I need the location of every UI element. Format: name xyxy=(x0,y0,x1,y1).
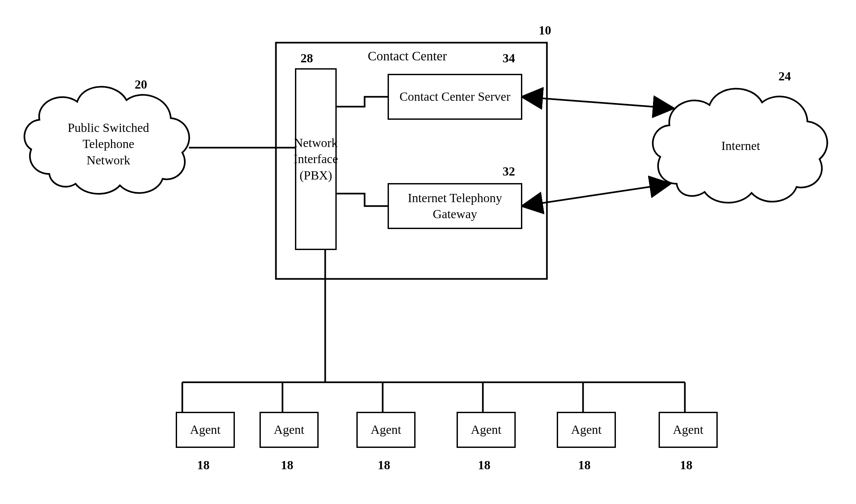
agent-ref-1: 18 xyxy=(197,458,209,472)
server-ref: 34 xyxy=(502,51,515,65)
gateway-ref: 32 xyxy=(502,164,515,179)
line-server-internet xyxy=(522,97,673,108)
agent-ref-3: 18 xyxy=(378,458,390,472)
agent-label-1: Agent xyxy=(190,421,221,438)
internet-ref: 24 xyxy=(778,69,791,83)
agent-box-1: Agent xyxy=(176,412,235,448)
line-pbx-server xyxy=(337,97,388,107)
agent-label-4: Agent xyxy=(471,421,501,438)
server-box: Contact Center Server xyxy=(388,74,522,120)
agent-label-3: Agent xyxy=(371,421,401,438)
pbx-ref: 28 xyxy=(301,51,313,65)
diagram-root: Public Switched Telephone Network 20 Int… xyxy=(0,0,856,504)
pstn-ref: 20 xyxy=(135,77,147,92)
agent-box-5: Agent xyxy=(557,412,616,448)
server-label: Contact Center Server xyxy=(399,89,511,105)
agent-ref-6: 18 xyxy=(680,458,692,472)
agent-ref-5: 18 xyxy=(578,458,590,472)
line-gateway-internet xyxy=(522,184,670,206)
agent-box-3: Agent xyxy=(356,412,415,448)
pstn-label: Public Switched Telephone Network xyxy=(46,120,171,168)
pbx-box: Network Interface (PBX) xyxy=(295,68,337,250)
contact-center-title: Contact Center xyxy=(355,48,460,65)
agent-box-6: Agent xyxy=(658,412,718,448)
internet-label: Internet xyxy=(698,138,783,154)
agent-box-2: Agent xyxy=(259,412,319,448)
gateway-label: Internet Telephony Gateway xyxy=(389,190,521,222)
agent-label-5: Agent xyxy=(571,421,602,438)
agent-box-4: Agent xyxy=(457,412,516,448)
agent-ref-4: 18 xyxy=(478,458,491,472)
agent-label-6: Agent xyxy=(673,421,704,438)
agent-label-2: Agent xyxy=(274,421,305,438)
pbx-label: Network Interface (PBX) xyxy=(294,135,338,183)
gateway-box: Internet Telephony Gateway xyxy=(388,183,522,229)
contact-center-ref: 10 xyxy=(539,23,551,37)
agent-ref-2: 18 xyxy=(281,458,293,472)
line-pbx-gateway xyxy=(337,194,388,206)
